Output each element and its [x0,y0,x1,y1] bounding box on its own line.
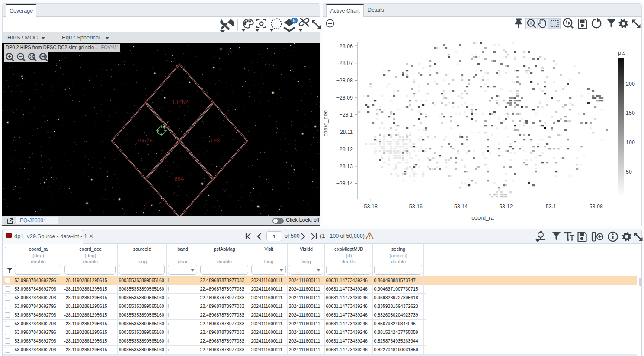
svg-text:53.1: 53.1 [546,204,556,210]
svg-text:−28.08: −28.08 [336,78,353,84]
svg-text:53.14: 53.14 [454,204,468,210]
svg-text:50: 50 [626,169,632,175]
svg-text:53.16: 53.16 [409,204,423,210]
svg-text:53.12: 53.12 [499,204,513,210]
svg-text:−28.1: −28.1 [339,112,353,118]
svg-text:−28.11: −28.11 [336,129,353,135]
svg-text:150: 150 [626,110,635,116]
svg-text:53.08: 53.08 [590,204,603,210]
svg-text:−28.14: −28.14 [336,181,353,187]
svg-text:−28.13: −28.13 [336,163,353,169]
svg-text:−28.09: −28.09 [336,95,353,101]
svg-text:−28.07: −28.07 [336,60,353,66]
svg-text:100: 100 [626,139,635,146]
svg-text:−28.12: −28.12 [336,146,353,152]
svg-text:coord_dec: coord_dec [322,110,329,136]
svg-text:−28.06: −28.06 [336,43,353,49]
svg-text:coord_ra: coord_ra [471,214,494,221]
svg-text:200: 200 [626,81,635,87]
svg-text:pts: pts [618,49,626,56]
svg-text:53.18: 53.18 [364,204,378,210]
